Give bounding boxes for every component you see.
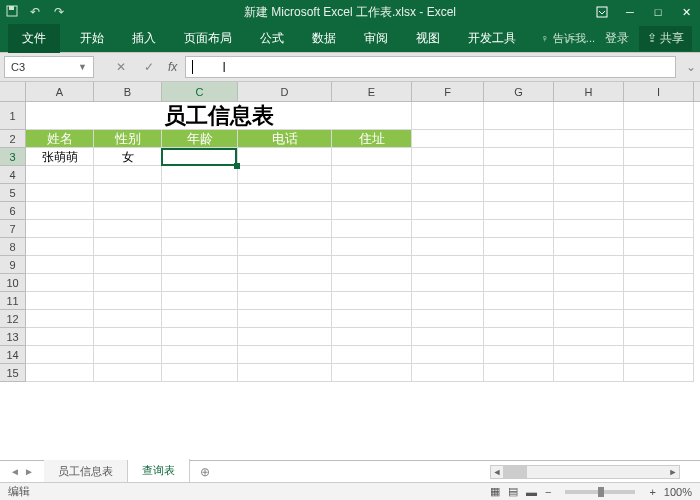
- save-icon[interactable]: [6, 5, 20, 19]
- cell[interactable]: [26, 202, 94, 220]
- cell[interactable]: [554, 310, 624, 328]
- cell[interactable]: [554, 292, 624, 310]
- cell[interactable]: [412, 202, 484, 220]
- tab-view[interactable]: 视图: [402, 24, 454, 53]
- login-link[interactable]: 登录: [605, 30, 629, 47]
- cell[interactable]: [332, 346, 412, 364]
- formula-input[interactable]: I: [185, 56, 676, 78]
- cell[interactable]: [162, 310, 238, 328]
- cell[interactable]: [332, 202, 412, 220]
- cell[interactable]: [332, 256, 412, 274]
- normal-view-icon[interactable]: ▦: [490, 485, 500, 498]
- row-header-13[interactable]: 13: [0, 328, 26, 346]
- maximize-icon[interactable]: □: [644, 0, 672, 24]
- cell[interactable]: [554, 328, 624, 346]
- cell[interactable]: [554, 346, 624, 364]
- cell[interactable]: [238, 220, 332, 238]
- cell[interactable]: [624, 364, 694, 382]
- page-break-view-icon[interactable]: ▬: [526, 486, 537, 498]
- expand-formula-bar-icon[interactable]: ⌄: [682, 60, 700, 74]
- cell[interactable]: [412, 184, 484, 202]
- cell[interactable]: [554, 148, 624, 166]
- data-cell[interactable]: [332, 148, 412, 166]
- cell[interactable]: [26, 184, 94, 202]
- cell[interactable]: [624, 310, 694, 328]
- cell[interactable]: [624, 202, 694, 220]
- cell[interactable]: [162, 274, 238, 292]
- cell[interactable]: [238, 328, 332, 346]
- share-button[interactable]: ⇪共享: [639, 26, 692, 51]
- close-icon[interactable]: ✕: [672, 0, 700, 24]
- cell[interactable]: [94, 202, 162, 220]
- cell[interactable]: [412, 166, 484, 184]
- cell[interactable]: [238, 292, 332, 310]
- cell[interactable]: [412, 364, 484, 382]
- table-header-cell[interactable]: 电话: [238, 130, 332, 148]
- fx-icon[interactable]: fx: [168, 60, 177, 74]
- zoom-thumb[interactable]: [598, 487, 604, 497]
- cell[interactable]: [162, 220, 238, 238]
- cell[interactable]: [332, 364, 412, 382]
- col-header-A[interactable]: A: [26, 82, 94, 101]
- data-cell[interactable]: 女: [94, 148, 162, 166]
- cell[interactable]: [554, 166, 624, 184]
- row-header-1[interactable]: 1: [0, 102, 26, 130]
- cell[interactable]: [94, 166, 162, 184]
- cell[interactable]: [26, 292, 94, 310]
- cell[interactable]: [624, 184, 694, 202]
- cell[interactable]: [238, 238, 332, 256]
- cell[interactable]: [238, 364, 332, 382]
- cell[interactable]: [94, 292, 162, 310]
- cell[interactable]: [484, 292, 554, 310]
- cell[interactable]: [554, 220, 624, 238]
- cell[interactable]: [484, 310, 554, 328]
- table-header-cell[interactable]: 年龄: [162, 130, 238, 148]
- tab-developer[interactable]: 开发工具: [454, 24, 530, 53]
- cell[interactable]: [162, 166, 238, 184]
- cell[interactable]: [26, 274, 94, 292]
- tab-file[interactable]: 文件: [8, 24, 60, 53]
- cell[interactable]: [484, 102, 554, 130]
- cell[interactable]: [554, 238, 624, 256]
- cell[interactable]: [94, 220, 162, 238]
- cell[interactable]: [624, 292, 694, 310]
- cell[interactable]: [94, 238, 162, 256]
- scroll-left-icon[interactable]: ◄: [491, 466, 503, 478]
- cell[interactable]: [624, 256, 694, 274]
- row-header-4[interactable]: 4: [0, 166, 26, 184]
- row-header-2[interactable]: 2: [0, 130, 26, 148]
- cell[interactable]: [26, 220, 94, 238]
- col-header-E[interactable]: E: [332, 82, 412, 101]
- sheet-nav-next-icon[interactable]: ►: [24, 466, 34, 477]
- cell[interactable]: [332, 328, 412, 346]
- col-header-C[interactable]: C: [162, 82, 238, 101]
- cell[interactable]: [554, 256, 624, 274]
- cell[interactable]: [94, 346, 162, 364]
- cell[interactable]: [624, 148, 694, 166]
- cell[interactable]: [238, 346, 332, 364]
- cell[interactable]: [624, 220, 694, 238]
- cell[interactable]: [162, 328, 238, 346]
- col-header-D[interactable]: D: [238, 82, 332, 101]
- tab-data[interactable]: 数据: [298, 24, 350, 53]
- zoom-slider[interactable]: [565, 490, 635, 494]
- row-header-10[interactable]: 10: [0, 274, 26, 292]
- cell[interactable]: [238, 310, 332, 328]
- cell[interactable]: [162, 256, 238, 274]
- cell[interactable]: [484, 346, 554, 364]
- cell[interactable]: [162, 238, 238, 256]
- row-header-14[interactable]: 14: [0, 346, 26, 364]
- cell[interactable]: [412, 328, 484, 346]
- cell[interactable]: [162, 364, 238, 382]
- horizontal-scrollbar[interactable]: ◄ ►: [490, 465, 680, 479]
- cancel-formula-icon[interactable]: ✕: [114, 60, 128, 74]
- cell[interactable]: [412, 274, 484, 292]
- table-header-cell[interactable]: 姓名: [26, 130, 94, 148]
- cell[interactable]: [554, 102, 624, 130]
- cell[interactable]: [162, 184, 238, 202]
- scroll-thumb[interactable]: [503, 466, 527, 478]
- cell[interactable]: [238, 184, 332, 202]
- cell[interactable]: [554, 364, 624, 382]
- sheet-tab-query[interactable]: 查询表: [128, 459, 190, 484]
- cell[interactable]: [554, 184, 624, 202]
